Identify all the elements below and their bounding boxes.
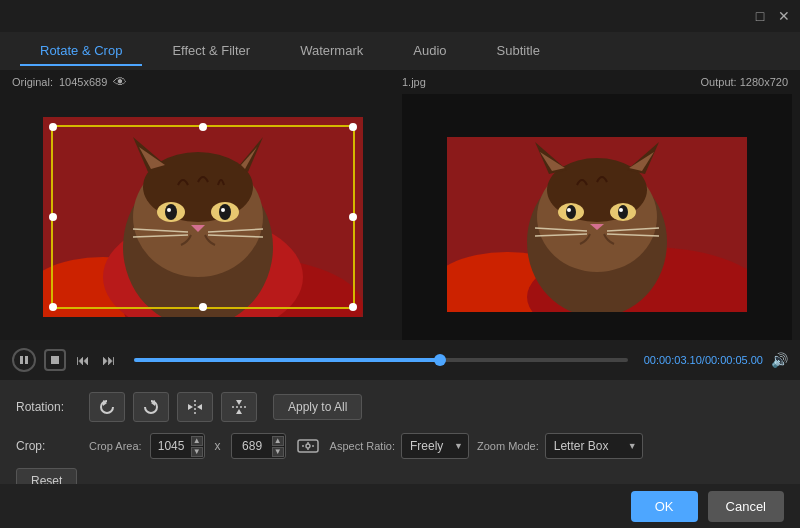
preview-right [402,94,792,340]
svg-point-35 [566,205,576,219]
svg-marker-54 [236,409,242,414]
svg-point-16 [221,208,225,212]
aspect-ratio-group: Aspect Ratio: Freely 16:9 4:3 1:1 9:16 [330,433,469,459]
flip-vertical-button[interactable] [221,392,257,422]
crop-height-wrapper: ▲ ▼ [231,433,286,459]
preview-area: Original: 1045x689 👁 1.jpg Output: 1280x… [0,70,800,340]
original-size: 1045x689 [59,76,107,88]
rotation-label: Rotation: [16,400,81,414]
crop-width-spinners: ▲ ▼ [191,436,203,457]
minimize-button[interactable]: □ [752,8,768,24]
output-label: Output: [701,76,737,88]
aspect-ratio-select[interactable]: Freely 16:9 4:3 1:1 9:16 [401,433,469,459]
next-frame-button[interactable]: ⏭ [100,350,118,370]
crop-area-label: Crop Area: [89,440,142,452]
svg-rect-45 [25,356,28,364]
rotate-ccw-button[interactable] [89,392,125,422]
preview-info-bar: Original: 1045x689 👁 1.jpg Output: 1280x… [0,70,800,94]
source-image [43,117,363,317]
svg-point-13 [165,204,177,220]
svg-point-37 [567,208,571,212]
svg-point-36 [618,205,628,219]
svg-rect-46 [51,356,59,364]
svg-rect-55 [298,440,318,452]
rotation-row: Rotation: [16,392,784,422]
tab-bar: Rotate & Crop Effect & Filter Watermark … [0,32,800,70]
svg-marker-53 [236,400,242,405]
svg-rect-44 [20,356,23,364]
preview-panels [0,94,800,340]
aspect-ratio-dropdown-wrapper: Freely 16:9 4:3 1:1 9:16 [401,433,469,459]
preview-left [8,94,398,340]
ok-button[interactable]: OK [631,491,698,522]
original-label: Original: [12,76,53,88]
playback-bar: ⏮ ⏭ 00:00:03.10/00:00:05.00 🔊 [0,340,800,380]
total-time: 00:00:05.00 [705,354,763,366]
pause-button[interactable] [12,348,36,372]
time-display: 00:00:03.10/00:00:05.00 [644,354,763,366]
crop-height-up[interactable]: ▲ [272,436,284,446]
output-cat-svg [447,122,747,312]
current-time: 00:00:03.10 [644,354,702,366]
source-cat-svg [43,117,363,317]
output-size: 1280x720 [740,76,788,88]
crop-width-wrapper: ▲ ▼ [150,433,205,459]
zoom-mode-dropdown-wrapper: Letter Box Pan & Scan Full [545,433,643,459]
prev-frame-button[interactable]: ⏮ [74,350,92,370]
progress-fill [134,358,440,362]
tab-audio[interactable]: Audio [393,37,466,66]
footer: OK Cancel [0,484,800,528]
progress-track[interactable] [134,358,628,362]
eye-icon[interactable]: 👁 [113,74,127,90]
tab-effect-filter[interactable]: Effect & Filter [152,37,270,66]
stop-button[interactable] [44,349,66,371]
svg-point-15 [167,208,171,212]
rotate-cw-button[interactable] [133,392,169,422]
tab-subtitle[interactable]: Subtitle [477,37,560,66]
svg-point-38 [619,208,623,212]
crop-height-down[interactable]: ▼ [272,447,284,457]
tab-rotate-crop[interactable]: Rotate & Crop [20,37,142,66]
zoom-mode-label: Zoom Mode: [477,440,539,452]
crop-width-down[interactable]: ▼ [191,447,203,457]
output-image [447,122,747,312]
flip-horizontal-button[interactable] [177,392,213,422]
svg-point-14 [219,204,231,220]
filename: 1.jpg [402,76,426,88]
tab-watermark[interactable]: Watermark [280,37,383,66]
volume-icon[interactable]: 🔊 [771,352,788,368]
title-bar: □ ✕ [0,0,800,32]
zoom-mode-select[interactable]: Letter Box Pan & Scan Full [545,433,643,459]
crop-label: Crop: [16,439,81,453]
svg-point-60 [306,444,310,448]
apply-to-all-button[interactable]: Apply to All [273,394,362,420]
crop-row: Crop: Crop Area: ▲ ▼ x ▲ ▼ [16,432,784,460]
crop-height-spinners: ▲ ▼ [272,436,284,457]
close-button[interactable]: ✕ [776,8,792,24]
crop-center-icon[interactable] [294,432,322,460]
svg-marker-51 [197,404,202,410]
progress-thumb[interactable] [434,354,446,366]
crop-width-up[interactable]: ▲ [191,436,203,446]
aspect-ratio-label: Aspect Ratio: [330,440,395,452]
cancel-button[interactable]: Cancel [708,491,784,522]
svg-marker-50 [188,404,193,410]
crop-separator: x [215,439,221,453]
zoom-mode-group: Zoom Mode: Letter Box Pan & Scan Full [477,433,643,459]
